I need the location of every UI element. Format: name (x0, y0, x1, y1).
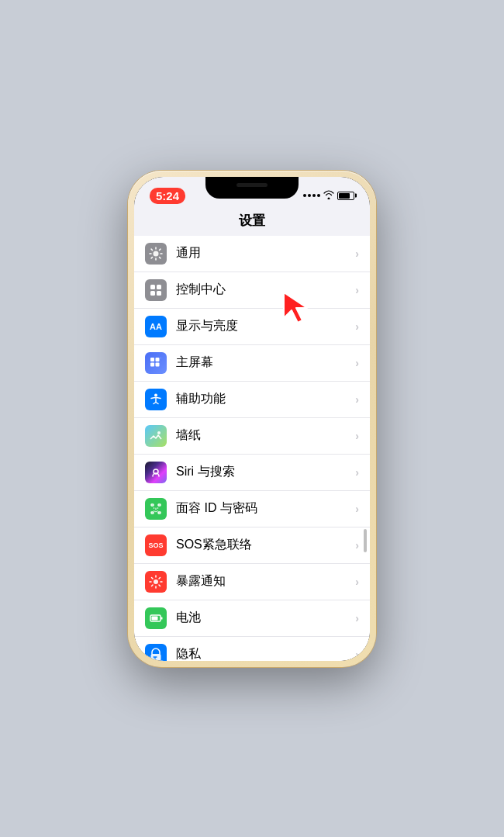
faceid-label: 面容 ID 与密码 (176, 500, 355, 517)
faceid-icon (145, 498, 167, 520)
svg-rect-4 (150, 291, 155, 296)
svg-point-19 (157, 507, 159, 509)
svg-point-18 (154, 507, 155, 509)
svg-rect-14 (151, 504, 154, 506)
settings-row-siri[interactable]: Siri 与搜索 › (134, 455, 370, 491)
phone-frame: 5:24 (128, 171, 376, 667)
phone-notch (205, 177, 299, 199)
scroll-indicator (364, 529, 367, 552)
display-chevron: › (355, 320, 359, 333)
dot1 (303, 194, 306, 197)
status-icons (303, 190, 354, 202)
status-time: 5:24 (150, 188, 185, 204)
display-icon: AA (145, 316, 167, 337)
dot3 (312, 194, 316, 197)
svg-rect-15 (158, 504, 161, 506)
svg-rect-3 (157, 285, 161, 289)
home-screen-label: 主屏幕 (176, 355, 355, 371)
general-label: 通用 (176, 245, 355, 261)
exposure-label: 暴露通知 (176, 573, 355, 590)
svg-rect-7 (156, 358, 160, 361)
svg-rect-5 (157, 291, 161, 296)
general-icon (145, 243, 167, 265)
svg-rect-30 (161, 617, 163, 619)
svg-point-11 (154, 393, 157, 396)
general-chevron: › (355, 247, 359, 260)
svg-rect-17 (158, 512, 161, 514)
settings-row-general[interactable]: 通用 › (134, 236, 370, 272)
wallpaper-label: 墙纸 (176, 427, 355, 444)
siri-icon (145, 462, 167, 483)
control-center-label: 控制中心 (176, 282, 355, 298)
exposure-icon (145, 571, 167, 593)
speaker (236, 183, 268, 187)
svg-line-28 (152, 585, 154, 586)
accessibility-icon (145, 389, 167, 410)
battery-setting-icon (145, 607, 167, 629)
home-screen-icon (145, 352, 167, 374)
settings-row-control-center[interactable]: 控制中心 › (134, 272, 370, 309)
battery-tip (355, 194, 357, 198)
accessibility-label: 辅助功能 (176, 391, 355, 407)
ios-screen: 5:24 (134, 177, 370, 661)
svg-rect-9 (156, 362, 160, 366)
settings-row-privacy[interactable]: 隐私 › (134, 637, 370, 661)
battery-fill (339, 193, 350, 199)
page-title: 设置 (134, 207, 370, 236)
signal-dots (303, 194, 320, 197)
settings-row-battery[interactable]: 电池 › (134, 600, 370, 637)
battery-icon (337, 192, 354, 200)
svg-line-25 (152, 577, 154, 579)
wallpaper-chevron: › (355, 430, 359, 442)
wifi-icon (323, 190, 334, 202)
svg-rect-2 (150, 285, 155, 289)
privacy-label: 隐私 (176, 646, 355, 661)
svg-rect-31 (152, 616, 158, 620)
sos-label: SOS紧急联络 (176, 537, 355, 553)
phone-screen: 5:24 (134, 177, 370, 661)
svg-line-27 (159, 577, 161, 579)
settings-row-exposure[interactable]: 暴露通知 › (134, 564, 370, 600)
sos-chevron: › (355, 539, 359, 552)
settings-content[interactable]: 通用 › 控制中心 (134, 236, 370, 661)
exposure-chevron: › (355, 576, 359, 588)
svg-point-20 (154, 579, 158, 584)
settings-row-home-screen[interactable]: 主屏幕 › (134, 345, 370, 382)
svg-rect-8 (150, 362, 154, 366)
control-center-icon (145, 279, 167, 301)
faceid-chevron: › (355, 503, 359, 515)
siri-chevron: › (355, 466, 359, 479)
svg-rect-10 (161, 358, 161, 358)
dot2 (308, 194, 311, 197)
sos-icon: SOS (145, 534, 167, 556)
battery-label: 电池 (176, 610, 355, 626)
settings-row-faceid[interactable]: 面容 ID 与密码 › (134, 491, 370, 527)
siri-label: Siri 与搜索 (176, 464, 355, 480)
settings-row-display[interactable]: AA 显示与亮度 › (134, 309, 370, 345)
svg-line-26 (159, 585, 161, 586)
privacy-chevron: › (355, 649, 359, 661)
control-center-chevron: › (355, 284, 359, 296)
svg-point-1 (154, 251, 159, 256)
svg-point-12 (157, 431, 161, 434)
settings-row-sos[interactable]: SOS SOS紧急联络 › (134, 527, 370, 564)
home-screen-chevron: › (355, 357, 359, 369)
accessibility-chevron: › (355, 393, 359, 406)
settings-row-wallpaper[interactable]: 墙纸 › (134, 418, 370, 455)
battery-chevron: › (355, 612, 359, 624)
settings-group-1: 通用 › 控制中心 (134, 236, 370, 661)
dot4 (317, 194, 320, 197)
wallpaper-icon (145, 425, 167, 447)
display-label: 显示与亮度 (176, 318, 355, 334)
privacy-icon (145, 644, 167, 661)
svg-rect-16 (151, 512, 154, 514)
svg-rect-6 (150, 358, 154, 361)
settings-row-accessibility[interactable]: 辅助功能 › (134, 382, 370, 418)
